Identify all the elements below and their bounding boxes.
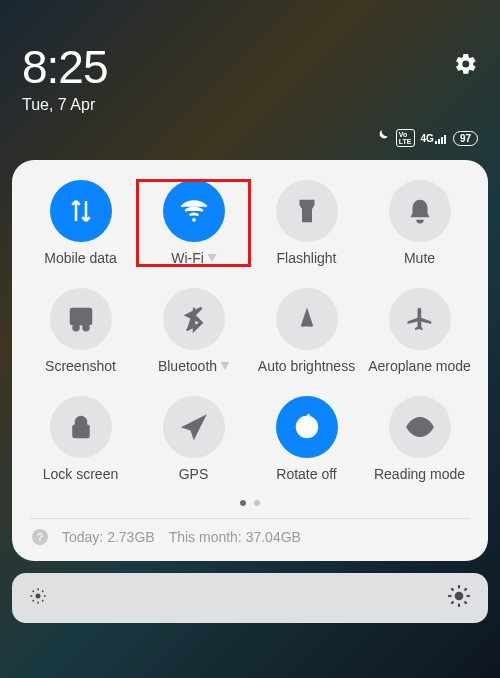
expand-icon (221, 362, 230, 370)
settings-icon[interactable] (454, 40, 478, 80)
location-arrow-icon (163, 396, 225, 458)
usage-today: Today: 2.73GB (62, 529, 155, 545)
eye-icon (389, 396, 451, 458)
tile-label: Screenshot (45, 358, 116, 374)
svg-line-18 (42, 600, 43, 601)
brightness-slider[interactable] (12, 573, 488, 623)
flashlight-icon (276, 180, 338, 242)
bell-icon (389, 180, 451, 242)
network-signal-icon: 4G (421, 133, 447, 144)
tile-rotate-off[interactable]: Rotate off (250, 396, 363, 482)
tile-gps[interactable]: GPS (137, 396, 250, 482)
svg-line-27 (464, 601, 466, 603)
svg-point-7 (73, 325, 78, 330)
tile-label: Reading mode (374, 466, 465, 482)
svg-line-19 (33, 600, 34, 601)
svg-point-12 (36, 594, 41, 599)
svg-point-8 (83, 325, 88, 330)
volte-badge: VoLTE (396, 129, 415, 147)
status-bar: VoLTE 4G 97 (0, 124, 500, 154)
rotate-lock-icon (276, 396, 338, 458)
svg-point-4 (192, 218, 196, 222)
svg-line-29 (464, 588, 466, 590)
mobile-data-icon (50, 180, 112, 242)
auto-brightness-icon (276, 288, 338, 350)
tile-auto-brightness[interactable]: Auto brightness (250, 288, 363, 374)
wifi-icon (163, 180, 225, 242)
brightness-low-icon (28, 586, 48, 610)
tile-label: GPS (179, 466, 209, 482)
tile-label: Auto brightness (258, 358, 355, 374)
svg-rect-1 (438, 139, 440, 144)
scissors-icon (50, 288, 112, 350)
tile-aeroplane-mode[interactable]: Aeroplane mode (363, 288, 476, 374)
tile-mute[interactable]: Mute (363, 180, 476, 266)
clock-time: 8:25 (22, 40, 108, 94)
svg-line-20 (42, 591, 43, 592)
quick-settings-panel: Mobile data Wi-Fi Flashlight Mute Screen (12, 160, 488, 561)
svg-rect-9 (73, 426, 88, 437)
airplane-icon (389, 288, 451, 350)
svg-rect-3 (444, 135, 446, 144)
expand-icon (207, 254, 216, 262)
tile-label: Bluetooth (158, 358, 217, 374)
data-usage-row[interactable]: ? Today: 2.73GB This month: 37.04GB (24, 519, 476, 547)
svg-line-26 (451, 588, 453, 590)
tile-screenshot[interactable]: Screenshot (24, 288, 137, 374)
page-dot (240, 500, 246, 506)
tile-label: Flashlight (277, 250, 337, 266)
tile-label: Mute (404, 250, 435, 266)
usage-month: This month: 37.04GB (169, 529, 301, 545)
tile-mobile-data[interactable]: Mobile data (24, 180, 137, 266)
battery-indicator: 97 (453, 131, 478, 146)
tile-label: Wi-Fi (171, 250, 204, 266)
tile-flashlight[interactable]: Flashlight (250, 180, 363, 266)
tile-label: Mobile data (44, 250, 116, 266)
bluetooth-icon (163, 288, 225, 350)
info-icon: ? (32, 529, 48, 545)
tile-reading-mode[interactable]: Reading mode (363, 396, 476, 482)
tile-label: Lock screen (43, 466, 118, 482)
page-dot (254, 500, 260, 506)
tile-label: Rotate off (276, 466, 336, 482)
svg-rect-2 (441, 137, 443, 144)
page-indicator[interactable] (24, 500, 476, 506)
svg-line-28 (451, 601, 453, 603)
svg-point-21 (455, 592, 464, 601)
brightness-high-icon (446, 583, 472, 613)
tile-bluetooth[interactable]: Bluetooth (137, 288, 250, 374)
tile-lock-screen[interactable]: Lock screen (24, 396, 137, 482)
clock-date: Tue, 7 Apr (22, 96, 108, 114)
lock-icon (50, 396, 112, 458)
svg-point-11 (416, 423, 424, 431)
svg-line-17 (33, 591, 34, 592)
tile-label: Aeroplane mode (368, 358, 471, 374)
tile-wifi[interactable]: Wi-Fi (137, 180, 250, 266)
svg-rect-0 (435, 141, 437, 144)
dnd-moon-icon (374, 128, 390, 148)
